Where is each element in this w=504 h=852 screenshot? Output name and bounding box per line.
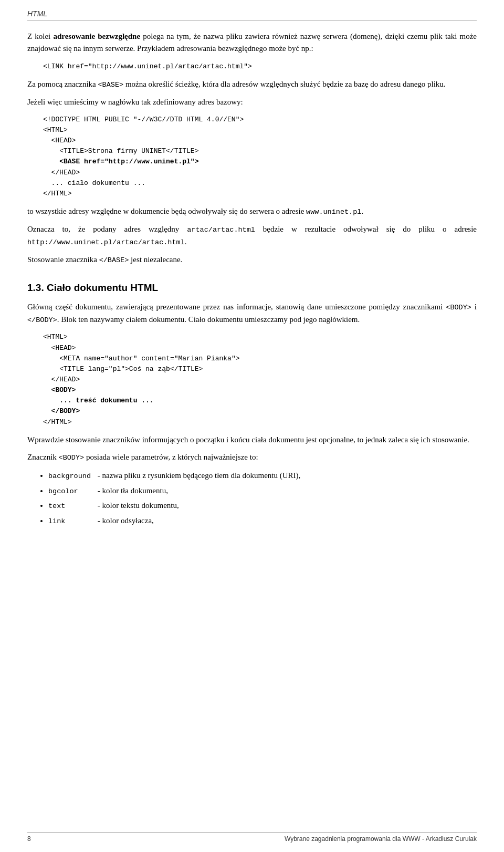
list-item-text: text - kolor tekstu dokumentu,: [48, 499, 477, 512]
code-www-uninet: www.uninet.pl: [306, 208, 361, 216]
param-list: background - nazwa pliku z rysunkiem będ…: [48, 469, 477, 527]
para-znacznik: Znacznik <BODY> posiada wiele parametrów…: [27, 451, 477, 464]
section-heading-13: 1.3. Ciało dokumentu HTML: [27, 282, 477, 294]
code-full-url: http://www.uninet.pl/artac/artac.html: [27, 238, 185, 246]
param-dash-background: -: [98, 471, 102, 480]
page-header: HTML: [27, 9, 477, 21]
footer-right-text: Wybrane zagadnienia programowania dla WW…: [285, 835, 477, 843]
param-code-bgcolor: bgcolor: [48, 486, 96, 497]
param-dash-link: -: [98, 516, 102, 525]
para-stosowanie: Stosowanie znacznika </BASE> jest niezal…: [27, 254, 477, 266]
para-jezeli: Jeżeli więc umieścimy w nagłówku tak zde…: [27, 96, 477, 108]
code-body-tag: <BODY>: [59, 454, 85, 462]
code-base-tag: <BASE>: [98, 81, 124, 89]
code-doctype-block: <!DOCTYPE HTML PUBLIC "-//W3C//DTD HTML …: [43, 115, 477, 199]
para-glowna: Główną część dokumentu, zawierającą prez…: [27, 301, 477, 326]
list-item-link: link - kolor odsyłacza,: [48, 514, 477, 527]
param-code-link: link: [48, 516, 96, 527]
param-dash-text: -: [98, 501, 102, 510]
code-body-open: <BODY>: [446, 304, 471, 311]
param-code-background: background: [48, 471, 96, 482]
code-link: <LINK href="http://www.uninet.pl/artac/a…: [43, 61, 477, 72]
code-body-close: </BODY>: [27, 316, 57, 324]
para-base: Za pomocą znacznika <BASE> można określi…: [27, 78, 477, 91]
para-wprawdzie: Wprawdzie stosowanie znaczników informuj…: [27, 434, 477, 446]
code-base-close: </BASE>: [99, 256, 129, 264]
param-code-text: text: [48, 501, 96, 512]
param-desc-text: kolor tekstu dokumentu,: [102, 501, 179, 510]
para-oznacza: Oznacza to, że podany adres względny art…: [27, 223, 477, 248]
para-to: to wszystkie adresy względne w dokumenci…: [27, 205, 477, 218]
code-body-example: <HTML> <HEAD> <META name="author" conten…: [43, 332, 477, 427]
param-desc-bgcolor: kolor tła dokumentu,: [102, 486, 168, 495]
list-item-background: background - nazwa pliku z rysunkiem będ…: [48, 469, 477, 482]
param-desc-link: kolor odsyłacza,: [102, 516, 154, 525]
code-artac: artac/artac.html: [187, 226, 255, 234]
bold-adresowanie: adresowanie bezwzględne: [53, 32, 140, 40]
intro-paragraph-1: Z kolei adresowanie bezwzględne polega n…: [27, 30, 477, 55]
list-item-bgcolor: bgcolor - kolor tła dokumentu,: [48, 484, 477, 497]
page-number: 8: [27, 835, 31, 843]
page-container: HTML Z kolei adresowanie bezwzględne pol…: [0, 0, 504, 564]
page-footer: 8 Wybrane zagadnienia programowania dla …: [27, 832, 477, 843]
page-header-title: HTML: [27, 9, 47, 18]
param-desc-background: nazwa pliku z rysunkiem będącego tłem dl…: [102, 471, 301, 480]
param-dash-bgcolor: -: [98, 486, 102, 495]
